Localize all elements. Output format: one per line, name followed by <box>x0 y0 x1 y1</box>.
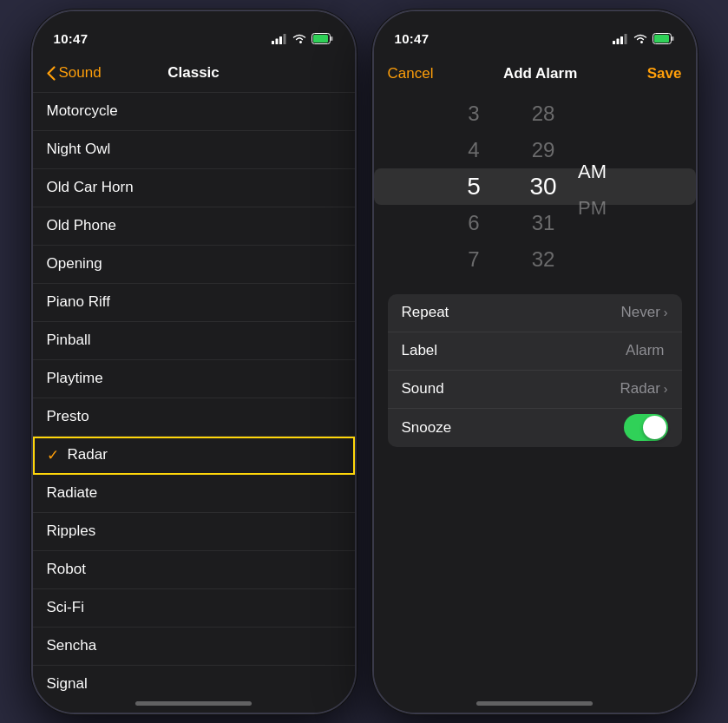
hour-item-3[interactable]: 3 <box>439 95 508 132</box>
minute-item-28[interactable]: 28 <box>508 95 578 132</box>
svg-rect-3 <box>283 34 285 44</box>
settings-label-label: Label <box>402 342 626 359</box>
settings-value-repeat: Never <box>620 304 659 321</box>
save-button[interactable]: Save <box>647 65 682 82</box>
sound-item-pinball[interactable]: Pinball <box>33 322 355 360</box>
battery-icon-2 <box>653 33 675 44</box>
sound-item-label: Pinball <box>47 332 341 349</box>
phone2-content: Cancel Add Alarm Save 34567 2829303132 A… <box>374 55 696 713</box>
svg-rect-7 <box>613 41 615 44</box>
hours-column[interactable]: 34567 <box>439 95 508 278</box>
svg-rect-5 <box>331 36 333 41</box>
sound-item-label: Presto <box>47 408 341 425</box>
nav-back-label: Sound <box>59 64 102 82</box>
svg-rect-6 <box>313 35 328 43</box>
battery-icon <box>312 33 334 44</box>
sound-item-label: Signal <box>47 675 341 693</box>
settings-row-snooze[interactable]: Snooze <box>388 409 682 447</box>
sound-item-label: Robot <box>47 561 341 578</box>
svg-rect-13 <box>654 35 669 43</box>
sound-item-label: Old Car Horn <box>47 179 341 196</box>
toggle-snooze[interactable] <box>624 414 668 441</box>
chevron-icon-repeat: › <box>664 306 668 319</box>
nav-bar-1: Sound Classic <box>33 55 355 93</box>
settings-label-snooze: Snooze <box>402 419 624 437</box>
hour-item-4[interactable]: 4 <box>439 132 508 168</box>
sound-item-sci-fi[interactable]: Sci-Fi <box>33 589 355 628</box>
ampm-column[interactable]: AMPM <box>578 102 630 278</box>
phone1-content: Sound Classic MotorcycleNight OwlOld Car… <box>33 55 355 713</box>
time-picker[interactable]: 34567 2829303132 AMPM <box>374 93 696 280</box>
hour-item-5[interactable]: 5 <box>439 168 508 205</box>
ampm-item-am[interactable]: AM <box>578 154 607 190</box>
signal-icon-2 <box>613 34 628 44</box>
ampm-item-pm[interactable]: PM <box>578 190 607 227</box>
sound-item-piano-riff[interactable]: Piano Riff <box>33 284 355 322</box>
hour-item-7[interactable]: 7 <box>439 241 508 278</box>
svg-rect-10 <box>624 34 626 44</box>
svg-rect-1 <box>275 38 278 44</box>
chevron-icon-sound: › <box>664 382 668 396</box>
settings-row-sound[interactable]: SoundRadar› <box>388 371 682 409</box>
settings-row-repeat[interactable]: RepeatNever› <box>388 294 682 332</box>
sound-item-label: Old Phone <box>47 217 341 234</box>
nav-title-1: Classic <box>167 64 220 82</box>
scroll-indicator-1 <box>135 701 252 706</box>
sound-item-label: Playtime <box>47 370 341 387</box>
sound-item-radar[interactable]: ✓Radar <box>33 437 355 475</box>
sound-item-label: Radar <box>68 446 341 463</box>
status-bar-2: 10:47 <box>374 11 696 55</box>
sound-item-night-owl[interactable]: Night Owl <box>33 131 355 169</box>
sound-item-signal[interactable]: Signal <box>33 666 355 701</box>
minutes-column[interactable]: 2829303132 <box>508 95 578 278</box>
phone-1: 10:47 <box>31 10 357 714</box>
scroll-indicator-2 <box>476 701 593 706</box>
sound-item-motorcycle[interactable]: Motorcycle <box>33 93 355 131</box>
cancel-button[interactable]: Cancel <box>388 65 434 82</box>
settings-value-label: Alarm <box>626 342 664 359</box>
alarm-nav: Cancel Add Alarm Save <box>374 55 696 93</box>
sound-item-ripples[interactable]: Ripples <box>33 513 355 551</box>
wifi-icon-2 <box>633 34 647 44</box>
back-chevron-icon <box>47 66 56 81</box>
minute-item-29[interactable]: 29 <box>508 132 578 168</box>
sound-item-label: Radiate <box>47 484 341 502</box>
sound-item-label: Sci-Fi <box>47 599 341 616</box>
sound-item-label: Night Owl <box>47 141 341 158</box>
sound-item-old-car-horn[interactable]: Old Car Horn <box>33 169 355 207</box>
sound-item-opening[interactable]: Opening <box>33 246 355 284</box>
minute-item-31[interactable]: 31 <box>508 205 578 241</box>
status-icons-1 <box>272 33 334 44</box>
svg-rect-9 <box>620 36 623 44</box>
picker-columns: 34567 2829303132 AMPM <box>413 95 656 278</box>
sound-item-playtime[interactable]: Playtime <box>33 360 355 398</box>
alarm-nav-title: Add Alarm <box>503 65 577 82</box>
minute-item-30[interactable]: 30 <box>508 168 578 205</box>
wifi-icon <box>292 34 306 44</box>
svg-rect-0 <box>272 41 274 44</box>
nav-back-button[interactable]: Sound <box>47 64 102 82</box>
settings-value-sound: Radar <box>620 380 660 398</box>
signal-icon <box>272 34 287 44</box>
sound-item-label: Sencha <box>47 637 341 654</box>
minute-item-32[interactable]: 32 <box>508 241 578 278</box>
settings-row-label[interactable]: LabelAlarm <box>388 332 682 371</box>
sound-list: MotorcycleNight OwlOld Car HornOld Phone… <box>33 93 355 701</box>
checkmark-icon: ✓ <box>47 446 59 464</box>
settings-group: RepeatNever›LabelAlarmSoundRadar›Snooze <box>388 294 682 447</box>
settings-label-repeat: Repeat <box>402 304 621 321</box>
sound-item-sencha[interactable]: Sencha <box>33 628 355 666</box>
svg-rect-2 <box>279 36 282 44</box>
sound-item-old-phone[interactable]: Old Phone <box>33 207 355 246</box>
sound-item-radiate[interactable]: Radiate <box>33 475 355 513</box>
toggle-knob-snooze <box>643 416 666 439</box>
status-time-2: 10:47 <box>395 31 430 46</box>
svg-rect-8 <box>616 38 619 44</box>
phone-2: 10:47 Cancel Add Alarm <box>372 10 698 714</box>
sound-item-label: Motorcycle <box>47 102 341 120</box>
sound-item-robot[interactable]: Robot <box>33 551 355 589</box>
sound-item-presto[interactable]: Presto <box>33 398 355 437</box>
status-icons-2 <box>613 33 675 44</box>
status-bar-1: 10:47 <box>33 11 355 55</box>
hour-item-6[interactable]: 6 <box>439 205 508 241</box>
